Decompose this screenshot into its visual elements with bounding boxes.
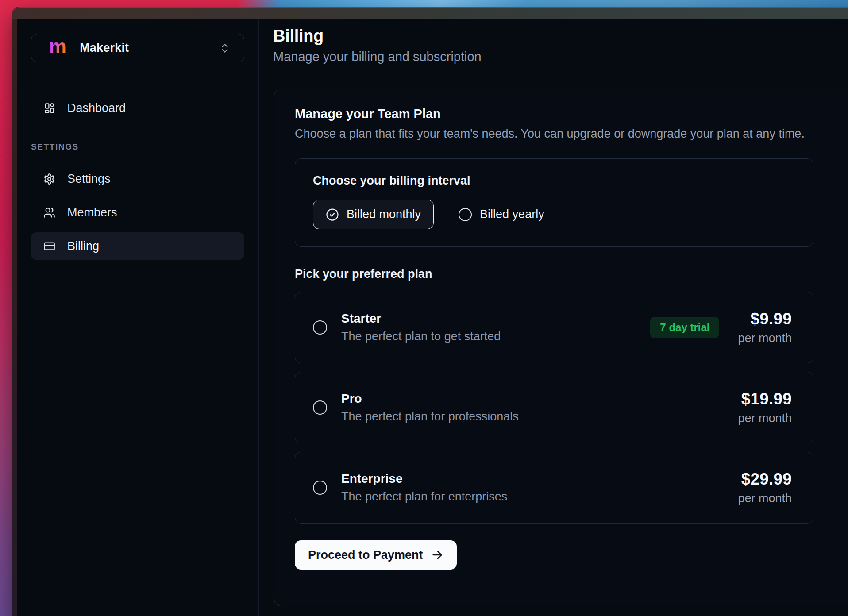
plan-description: The perfect plan for professionals [341,410,519,424]
plan-pricing: $29.99 per month [738,470,792,505]
plan-description: The perfect plan to get started [341,330,501,343]
chevrons-up-down-icon [219,42,231,54]
sidebar-item-label: Billing [67,239,99,253]
price-block: $19.99 per month [738,390,792,425]
check-circle-icon [326,208,339,221]
main-content: Billing Manage your billing and subscrip… [259,19,848,616]
billing-interval-options: Billed monthly Billed yearly [313,200,795,229]
plan-row-enterprise[interactable]: Enterprise The perfect plan for enterpri… [295,452,813,524]
plan-row-starter[interactable]: Starter The perfect plan to get started … [295,292,813,363]
proceed-to-payment-button[interactable]: Proceed to Payment [295,540,457,570]
page-header: Billing Manage your billing and subscrip… [259,19,848,76]
plan-period: per month [738,331,792,345]
plan-info: Starter The perfect plan to get started [341,312,501,343]
workspace-name: Makerkit [80,41,129,55]
workspace-selector[interactable]: m Makerkit [31,34,244,62]
app-root: m Makerkit Dashboard SETTINGS [17,19,848,616]
trial-badge: 7 day trial [650,317,719,338]
plan-info: Enterprise The perfect plan for enterpri… [341,472,507,504]
proceed-to-payment-label: Proceed to Payment [308,548,423,562]
sidebar-nav: Dashboard SETTINGS Settings Members [31,94,244,260]
arrow-right-icon [431,549,443,561]
billing-interval-group: Choose your billing interval Billed mont… [295,158,813,247]
radio-circle-icon[interactable] [313,400,327,415]
dashboard-icon [43,102,55,114]
billed-monthly-option[interactable]: Billed monthly [313,200,434,229]
sidebar-item-label: Members [67,206,117,219]
plan-description: The perfect plan for enterprises [341,490,507,504]
sidebar-item-members[interactable]: Members [31,199,244,226]
plan-price: $19.99 [738,390,792,408]
users-icon [43,207,55,219]
plan-name: Starter [341,312,501,326]
price-block: $9.99 per month [738,310,792,345]
makerkit-logo: m [49,37,66,56]
app-window: m Makerkit Dashboard SETTINGS [12,7,848,616]
page-subtitle: Manage your billing and subscription [273,50,848,64]
plan-price: $9.99 [738,310,792,328]
plans-label: Pick your preferred plan [295,267,848,281]
sidebar-item-settings[interactable]: Settings [31,165,244,192]
team-plan-card: Manage your Team Plan Choose a plan that… [274,89,848,606]
page-title: Billing [273,27,848,46]
plan-pricing: $19.99 per month [738,390,792,425]
plan-row-pro[interactable]: Pro The perfect plan for professionals $… [295,372,813,443]
credit-card-icon [43,240,55,252]
card-title: Manage your Team Plan [295,107,848,121]
plan-period: per month [738,492,792,505]
plan-period: per month [738,412,792,425]
billing-interval-label: Choose your billing interval [313,174,795,188]
billed-yearly-option[interactable]: Billed yearly [459,208,544,221]
window-titlebar [12,7,848,19]
plan-name: Pro [341,392,519,406]
sidebar: m Makerkit Dashboard SETTINGS [17,19,259,616]
card-subtitle: Choose a plan that fits your team's need… [295,127,848,141]
sidebar-item-label: Settings [67,172,111,186]
sidebar-section-settings: SETTINGS [31,142,244,152]
billed-yearly-label: Billed yearly [480,208,544,221]
plan-price: $29.99 [738,470,792,489]
price-block: $29.99 per month [738,470,792,505]
billed-monthly-label: Billed monthly [347,208,421,221]
gear-icon [43,173,55,185]
plan-info: Pro The perfect plan for professionals [341,392,519,424]
sidebar-item-billing[interactable]: Billing [31,232,244,260]
sidebar-item-label: Dashboard [67,101,126,115]
sidebar-item-dashboard[interactable]: Dashboard [31,94,244,122]
radio-circle-icon[interactable] [313,320,327,335]
plan-name: Enterprise [341,472,507,486]
radio-circle-icon[interactable] [313,481,327,495]
radio-circle-icon [459,208,472,221]
plan-pricing: 7 day trial $9.99 per month [650,310,792,345]
